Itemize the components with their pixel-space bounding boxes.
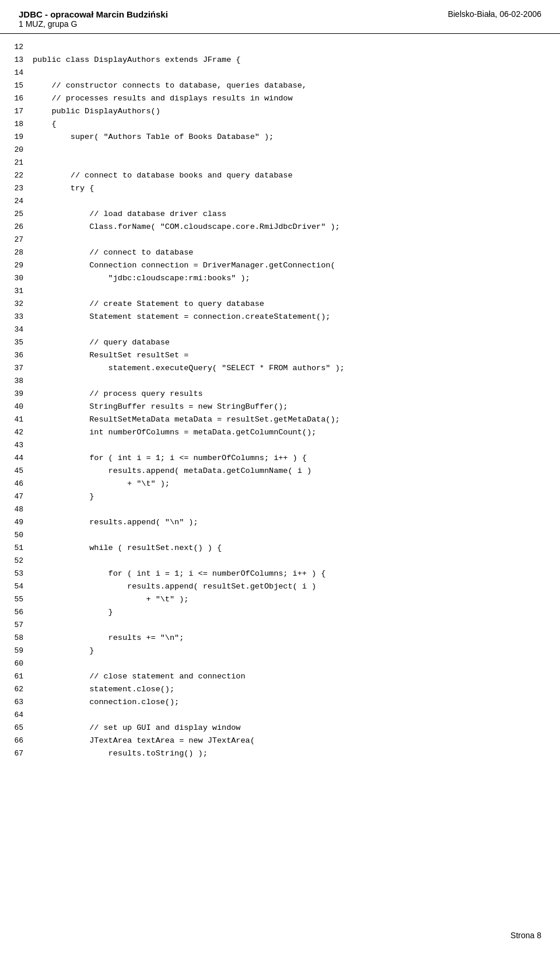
code-line: 44 for ( int i = 1; i <= numberOfColumns…: [9, 452, 560, 465]
line-number: 59: [9, 645, 33, 657]
code-line: 32 // create Statement to query database: [9, 298, 560, 311]
line-number: 47: [9, 490, 33, 503]
line-number: 14: [9, 67, 33, 79]
line-number: 66: [9, 734, 33, 747]
line-content: + "\t" );: [33, 478, 560, 490]
line-content: results.toString() );: [33, 747, 560, 760]
code-line: 38: [9, 375, 560, 388]
code-line: 36 ResultSet resultSet =: [9, 349, 560, 362]
line-number: 60: [9, 657, 33, 670]
line-content: // close statement and connection: [33, 670, 560, 683]
line-number: 45: [9, 465, 33, 478]
code-line: 29 Connection connection = DriverManager…: [9, 259, 560, 272]
line-number: 15: [9, 79, 33, 92]
code-line: 27: [9, 234, 560, 246]
line-number: 54: [9, 580, 33, 593]
code-line: 60: [9, 657, 560, 670]
code-line: 56 }: [9, 606, 560, 619]
line-content: results += "\n";: [33, 632, 560, 645]
code-line: 43: [9, 439, 560, 452]
line-number: 36: [9, 349, 33, 362]
code-line: 58 results += "\n";: [9, 632, 560, 645]
line-number: 57: [9, 619, 33, 632]
line-number: 61: [9, 670, 33, 683]
line-number: 28: [9, 246, 33, 259]
code-line: 22 // connect to database books and quer…: [9, 169, 560, 182]
code-line: 19 super( "Authors Table of Books Databa…: [9, 131, 560, 144]
line-content: }: [33, 490, 560, 503]
line-content: int numberOfColumns = metaData.getColumn…: [33, 426, 560, 439]
line-content: public class DisplayAuthors extends JFra…: [33, 54, 560, 67]
line-content: // connect to database: [33, 246, 560, 259]
code-line: 20: [9, 144, 560, 156]
code-line: 54 results.append( resultSet.getObject( …: [9, 580, 560, 593]
line-content: + "\t" );: [33, 593, 560, 606]
code-line: 37 statement.executeQuery( "SELECT * FRO…: [9, 362, 560, 375]
code-line: 49 results.append( "\n" );: [9, 516, 560, 529]
code-line: 18 {: [9, 118, 560, 131]
line-number: 44: [9, 452, 33, 465]
code-line: 67 results.toString() );: [9, 747, 560, 760]
line-number: 49: [9, 516, 33, 529]
line-content: statement.close();: [33, 683, 560, 696]
line-number: 52: [9, 555, 33, 567]
code-line: 40 StringBuffer results = new StringBuff…: [9, 401, 560, 413]
code-line: 61 // close statement and connection: [9, 670, 560, 683]
code-line: 51 while ( resultSet.next() ) {: [9, 542, 560, 555]
code-line: 15 // constructor connects to database, …: [9, 79, 560, 92]
code-line: 64: [9, 709, 560, 722]
line-number: 29: [9, 259, 33, 272]
page-footer: Strona 8: [510, 931, 541, 940]
line-content: Statement statement = connection.createS…: [33, 311, 560, 323]
line-number: 32: [9, 298, 33, 311]
line-content: StringBuffer results = new StringBuffer(…: [33, 401, 560, 413]
line-content: Connection connection = DriverManager.ge…: [33, 259, 560, 272]
code-line: 55 + "\t" );: [9, 593, 560, 606]
line-number: 39: [9, 388, 33, 401]
code-line: 25 // load database driver class: [9, 208, 560, 221]
line-number: 63: [9, 696, 33, 709]
header-right: Bielsko-Biała, 06-02-2006: [448, 9, 541, 19]
code-line: 34: [9, 323, 560, 336]
code-line: 53 for ( int i = 1; i <= numberOfColumns…: [9, 567, 560, 580]
code-line: 41 ResultSetMetaData metaData = resultSe…: [9, 413, 560, 426]
line-number: 33: [9, 311, 33, 323]
line-number: 27: [9, 234, 33, 246]
line-number: 67: [9, 747, 33, 760]
line-content: for ( int i = 1; i <= numberOfColumns; i…: [33, 452, 560, 465]
line-content: // connect to database books and query d…: [33, 169, 560, 182]
line-content: for ( int i = 1; i <= numberOfColumns; i…: [33, 567, 560, 580]
line-number: 34: [9, 323, 33, 336]
code-line: 13public class DisplayAuthors extends JF…: [9, 54, 560, 67]
line-number: 18: [9, 118, 33, 131]
line-number: 24: [9, 195, 33, 208]
code-line: 30 "jdbc:cloudscape:rmi:books" );: [9, 272, 560, 285]
code-line: 62 statement.close();: [9, 683, 560, 696]
code-area: 1213public class DisplayAuthors extends …: [0, 39, 560, 760]
line-number: 26: [9, 221, 33, 234]
line-number: 42: [9, 426, 33, 439]
line-content: ResultSetMetaData metaData = resultSet.g…: [33, 413, 560, 426]
code-line: 28 // connect to database: [9, 246, 560, 259]
code-line: 31: [9, 285, 560, 298]
line-content: super( "Authors Table of Books Database"…: [33, 131, 560, 144]
code-line: 45 results.append( metaData.getColumnNam…: [9, 465, 560, 478]
line-number: 30: [9, 272, 33, 285]
header-subtitle: 1 MUZ, grupa G: [19, 19, 168, 29]
line-number: 13: [9, 54, 33, 67]
header-title: JDBC - opracował Marcin Budziński: [19, 9, 168, 19]
line-content: {: [33, 118, 560, 131]
code-line: 24: [9, 195, 560, 208]
code-line: 46 + "\t" );: [9, 478, 560, 490]
code-line: 16 // processes results and displays res…: [9, 92, 560, 105]
line-number: 22: [9, 169, 33, 182]
line-content: // process query results: [33, 388, 560, 401]
code-line: 33 Statement statement = connection.crea…: [9, 311, 560, 323]
line-content: results.append( "\n" );: [33, 516, 560, 529]
line-number: 62: [9, 683, 33, 696]
line-number: 17: [9, 105, 33, 118]
line-number: 58: [9, 632, 33, 645]
line-number: 53: [9, 567, 33, 580]
code-line: 35 // query database: [9, 336, 560, 349]
line-content: while ( resultSet.next() ) {: [33, 542, 560, 555]
